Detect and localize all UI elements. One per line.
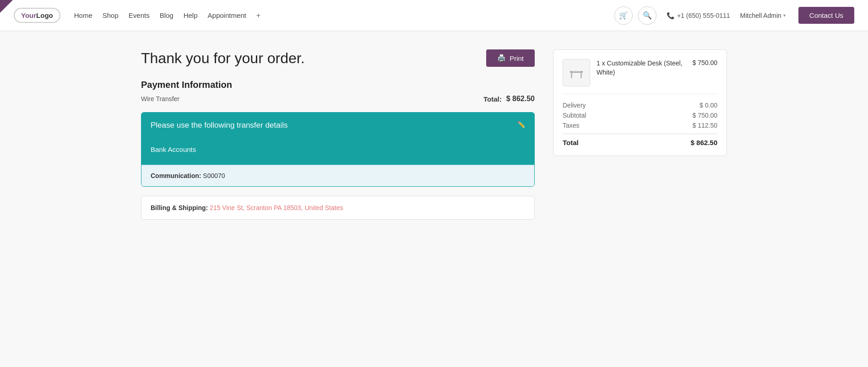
delivery-row: Delivery $ 0.00 [563, 102, 717, 109]
transfer-header-text: Please use the following transfer detail… [151, 121, 288, 130]
transfer-header: Please use the following transfer detail… [141, 113, 534, 138]
delivery-label: Delivery [563, 102, 586, 109]
billing-label: Billing & Shipping: [151, 204, 208, 211]
nav-appointment[interactable]: Appointment [208, 11, 246, 19]
taxes-value: $ 112.50 [693, 122, 718, 129]
payment-info-title: Payment Information [141, 80, 535, 90]
nav-events[interactable]: Events [129, 11, 150, 19]
subtotal-label: Subtotal [563, 112, 586, 119]
right-column: 1 x Customizable Desk (Steel, White) $ 7… [553, 49, 727, 220]
total-amount: $ 862.50 [506, 95, 535, 103]
order-total-label: Total [563, 139, 579, 146]
corner-accent [0, 0, 13, 13]
thank-you-title: Thank you for your order. [141, 50, 305, 67]
item-name: 1 x Customizable Desk (Steel, White) [597, 59, 683, 76]
contact-us-button[interactable]: Contact Us [798, 7, 854, 24]
user-name: Mitchell Admin [740, 12, 781, 19]
print-icon: 🖨️ [497, 54, 506, 62]
navbar-actions: 🛒 🔍 📞 +1 (650) 555-0111 Mitchell Admin ▾… [614, 6, 854, 25]
cart-button[interactable]: 🛒 [614, 6, 633, 25]
main-content: Thank you for your order. 🖨️ Print Payme… [114, 31, 754, 238]
edit-icon[interactable]: ✏️ [517, 121, 525, 128]
taxes-label: Taxes [563, 122, 580, 129]
communication-section: Communication: S00070 [141, 165, 534, 186]
cart-icon: 🛒 [619, 11, 628, 20]
print-label: Print [510, 54, 524, 62]
phone-number: +1 (650) 555-0111 [677, 12, 730, 19]
billing-address-text: 215 Vine St, Scranton PA 18503, United S… [210, 204, 343, 211]
bank-accounts-section: Bank Accounts [141, 138, 534, 165]
left-column: Thank you for your order. 🖨️ Print Payme… [141, 49, 535, 220]
order-total-value: $ 862.50 [691, 139, 717, 146]
summary-divider [563, 134, 717, 134]
logo-logo: Logo [36, 11, 53, 19]
transfer-details-box: Please use the following transfer detail… [141, 112, 535, 187]
navbar: YourLogo Home Shop Events Blog Help Appo… [0, 0, 868, 31]
print-button[interactable]: 🖨️ Print [486, 49, 535, 67]
subtotal-value: $ 750.00 [693, 112, 718, 119]
billing-shipping-box: Billing & Shipping: 215 Vine St, Scranto… [141, 196, 535, 220]
logo[interactable]: YourLogo [14, 8, 60, 23]
svg-rect-1 [571, 73, 572, 78]
nav-home[interactable]: Home [74, 11, 92, 19]
order-total-row: Total $ 862.50 [563, 139, 717, 146]
search-button[interactable]: 🔍 [638, 6, 656, 25]
total-summary-row: Total: $ 862.50 [483, 95, 535, 103]
svg-rect-3 [572, 71, 581, 72]
desk-icon [568, 65, 585, 81]
item-name-full: Customizable Desk (Steel, White) [597, 59, 683, 76]
order-summary-card: 1 x Customizable Desk (Steel, White) $ 7… [553, 49, 727, 156]
wire-transfer-label: Wire Transfer [141, 95, 179, 103]
wire-transfer-row: Wire Transfer Total: $ 862.50 [141, 95, 535, 103]
summary-rows: Delivery $ 0.00 Subtotal $ 750.00 Taxes … [563, 102, 717, 129]
phone-icon: 📞 [667, 12, 674, 19]
search-icon: 🔍 [643, 11, 652, 20]
communication-text: Communication: S00070 [151, 172, 225, 179]
item-qty: 1 x [597, 59, 605, 67]
navbar-logo: YourLogo [14, 8, 60, 23]
communication-label: Communication: [151, 172, 201, 179]
svg-rect-2 [580, 73, 582, 78]
item-image [563, 59, 590, 86]
logo-your: Your [21, 11, 36, 19]
user-dropdown[interactable]: Mitchell Admin ▾ [740, 12, 786, 19]
bank-accounts-label: Bank Accounts [151, 146, 196, 153]
thank-you-row: Thank you for your order. 🖨️ Print [141, 49, 535, 67]
total-label: Total: [483, 95, 502, 103]
nav-links: Home Shop Events Blog Help Appointment + [74, 11, 614, 20]
item-details: 1 x Customizable Desk (Steel, White) [597, 59, 686, 77]
taxes-row: Taxes $ 112.50 [563, 122, 717, 129]
communication-value-text: S00070 [203, 172, 225, 179]
subtotal-row: Subtotal $ 750.00 [563, 112, 717, 119]
delivery-value: $ 0.00 [700, 102, 717, 109]
nav-shop[interactable]: Shop [103, 11, 119, 19]
nav-blog[interactable]: Blog [160, 11, 174, 19]
order-item-row: 1 x Customizable Desk (Steel, White) $ 7… [563, 59, 717, 94]
chevron-down-icon: ▾ [783, 13, 786, 18]
item-price: $ 750.00 [693, 59, 718, 66]
nav-help[interactable]: Help [184, 11, 198, 19]
phone-info: 📞 +1 (650) 555-0111 [667, 12, 730, 19]
nav-plus-icon[interactable]: + [256, 11, 260, 20]
billing-text: Billing & Shipping: 215 Vine St, Scranto… [151, 204, 343, 211]
